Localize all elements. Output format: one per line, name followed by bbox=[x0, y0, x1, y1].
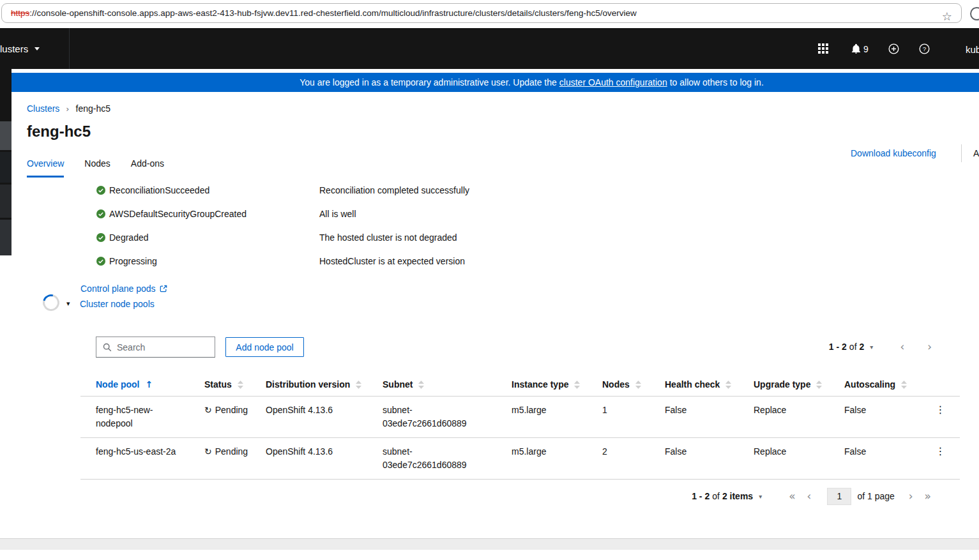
control-plane-pods-link[interactable]: Control plane pods bbox=[80, 284, 167, 294]
column-header-node-pool[interactable]: Node pool↑ bbox=[80, 373, 204, 397]
header-actions-divider bbox=[961, 144, 962, 162]
condition-row: AWSDefaultSecurityGroupCreated All is we… bbox=[96, 209, 863, 232]
column-header-subnet[interactable]: Subnet bbox=[383, 373, 512, 397]
pagination-bottom: 1 - 2 of 2 items ▾ « ‹ of 1 page › » bbox=[692, 487, 931, 506]
condition-message: The hosted cluster is not degraded bbox=[319, 232, 457, 243]
search-input[interactable] bbox=[117, 342, 200, 352]
cell-health-check: False bbox=[665, 438, 754, 480]
cell-node-pool: feng-hc5-us-east-2a bbox=[96, 445, 176, 458]
cell-autoscaling: False bbox=[844, 397, 926, 438]
browser-profile-icon[interactable] bbox=[970, 7, 979, 20]
banner-text-after: to allow others to log in. bbox=[670, 77, 764, 87]
pagination-options-caret-icon[interactable]: ▾ bbox=[870, 344, 873, 351]
cluster-selector-label: lusters bbox=[0, 43, 28, 54]
pagination-range: 1 - 2 bbox=[829, 342, 847, 352]
column-header-actions bbox=[926, 373, 960, 397]
check-circle-icon bbox=[96, 186, 105, 195]
column-header-health-check[interactable]: Health check bbox=[665, 373, 754, 397]
page-background-band bbox=[0, 538, 979, 550]
page-number-input[interactable] bbox=[827, 488, 851, 505]
column-label: Upgrade type bbox=[754, 379, 810, 390]
cell-upgrade-type: Replace bbox=[754, 397, 844, 438]
add-circle-icon[interactable] bbox=[888, 43, 899, 54]
help-circle-icon[interactable]: ? bbox=[919, 43, 930, 54]
column-label: Instance type bbox=[512, 379, 568, 390]
external-link-icon bbox=[160, 285, 167, 292]
tab-add-ons[interactable]: Add-ons bbox=[131, 158, 164, 178]
pagination-range: 1 - 2 bbox=[692, 491, 710, 501]
cluster-details-card: Clusters › feng-hc5 feng-hc5 Download ku… bbox=[11, 92, 979, 538]
side-nav-item[interactable] bbox=[0, 220, 11, 255]
caret-down-icon bbox=[34, 47, 40, 50]
sort-icon bbox=[356, 381, 361, 389]
banner-text-before: You are logged in as a temporary adminis… bbox=[300, 77, 557, 87]
breadcrumb-current: feng-hc5 bbox=[76, 103, 110, 114]
cell-autoscaling: False bbox=[844, 438, 926, 480]
cell-subnet: subnet-03ede7c2661d60889 bbox=[383, 445, 472, 472]
check-circle-icon bbox=[96, 209, 105, 218]
condition-message: All is well bbox=[319, 209, 356, 219]
column-header-distribution-version[interactable]: Distribution version bbox=[266, 373, 383, 397]
column-header-autoscaling[interactable]: Autoscaling bbox=[844, 373, 926, 397]
actions-dropdown-button[interactable]: A bbox=[973, 148, 979, 158]
download-kubeconfig-link[interactable]: Download kubeconfig bbox=[851, 148, 936, 158]
table-header-row: Node pool↑ Status Distribution version S… bbox=[80, 373, 960, 397]
bookmark-star-icon[interactable]: ☆ bbox=[942, 6, 952, 26]
control-plane-pods-label: Control plane pods bbox=[80, 284, 156, 294]
cluster-oauth-configuration-link[interactable]: cluster OAuth configuration bbox=[559, 77, 667, 87]
check-circle-icon bbox=[96, 257, 105, 266]
breadcrumb-clusters-link[interactable]: Clusters bbox=[27, 103, 59, 114]
next-card-edge bbox=[0, 550, 979, 560]
column-header-nodes[interactable]: Nodes bbox=[602, 373, 665, 397]
cluster-node-pools-link[interactable]: Cluster node pools bbox=[80, 299, 155, 309]
url-scheme-insecure: https bbox=[11, 8, 29, 18]
node-pools-table-wrap: Node pool↑ Status Distribution version S… bbox=[80, 373, 960, 480]
sort-icon bbox=[725, 381, 731, 389]
expand-caret-icon[interactable]: ▾ bbox=[66, 299, 70, 308]
cluster-selector-dropdown[interactable]: lusters bbox=[0, 28, 40, 69]
pagination-next-button[interactable]: › bbox=[909, 491, 913, 502]
bell-icon[interactable] bbox=[851, 43, 861, 54]
in-progress-icon: ↻ bbox=[204, 445, 212, 458]
cell-status: Pending bbox=[215, 445, 248, 458]
search-icon bbox=[103, 343, 112, 352]
cell-status: Pending bbox=[215, 404, 248, 417]
tab-nodes[interactable]: Nodes bbox=[84, 158, 110, 178]
status-conditions-list: ReconciliationSucceeded Reconciliation c… bbox=[96, 185, 863, 280]
side-nav-item[interactable] bbox=[0, 121, 11, 150]
sort-icon bbox=[901, 381, 907, 389]
tab-overview[interactable]: Overview bbox=[27, 158, 64, 178]
condition-message: HostedCluster is at expected version bbox=[319, 256, 465, 266]
user-menu[interactable]: kub bbox=[966, 44, 979, 55]
sort-icon bbox=[418, 381, 424, 389]
cell-distribution-version: OpenShift 4.13.6 bbox=[266, 438, 383, 480]
cell-upgrade-type: Replace bbox=[754, 438, 844, 480]
row-kebab-menu-icon[interactable]: ⋮ bbox=[933, 404, 948, 416]
apps-grid-icon[interactable] bbox=[818, 43, 828, 54]
side-nav-item[interactable] bbox=[0, 185, 11, 218]
cell-nodes: 2 bbox=[602, 438, 665, 480]
pagination-of: of bbox=[712, 491, 720, 501]
column-header-status[interactable]: Status bbox=[204, 373, 266, 397]
add-node-pool-button[interactable]: Add node pool bbox=[225, 337, 304, 357]
loading-spinner-icon bbox=[40, 291, 63, 314]
column-header-upgrade-type[interactable]: Upgrade type bbox=[754, 373, 844, 397]
pagination-prev-button[interactable]: ‹ bbox=[900, 342, 904, 352]
condition-name: AWSDefaultSecurityGroupCreated bbox=[109, 209, 247, 219]
column-label: Autoscaling bbox=[844, 379, 895, 390]
pagination-next-button[interactable]: › bbox=[927, 342, 932, 352]
search-box bbox=[96, 337, 215, 358]
row-kebab-menu-icon[interactable]: ⋮ bbox=[933, 445, 948, 457]
pagination-options-caret-icon[interactable]: ▾ bbox=[759, 493, 762, 500]
cell-instance-type: m5.large bbox=[512, 397, 602, 438]
condition-row: Degraded The hosted cluster is not degra… bbox=[96, 232, 863, 256]
column-header-instance-type[interactable]: Instance type bbox=[512, 373, 602, 397]
pagination-prev-button[interactable]: ‹ bbox=[807, 491, 812, 502]
in-progress-icon: ↻ bbox=[204, 404, 212, 417]
pagination-last-page-button[interactable]: » bbox=[925, 491, 931, 502]
side-nav-item[interactable] bbox=[0, 152, 11, 183]
browser-address-bar[interactable]: https://console-openshift-console.apps.a… bbox=[1, 3, 962, 23]
pagination-first-page-button[interactable]: « bbox=[789, 491, 795, 502]
column-label: Nodes bbox=[602, 379, 630, 390]
condition-row: Progressing HostedCluster is at expected… bbox=[96, 256, 863, 280]
